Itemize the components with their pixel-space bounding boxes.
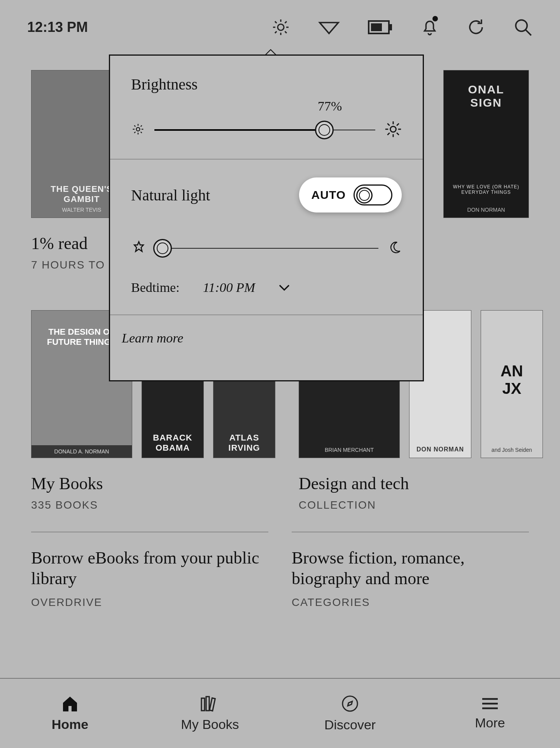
svg-line-21 bbox=[134, 132, 135, 133]
link-title: Browse fiction, romance, biography and m… bbox=[292, 548, 529, 589]
menu-icon bbox=[481, 697, 499, 711]
svg-line-19 bbox=[134, 125, 135, 126]
link-subtitle: CATEGORIES bbox=[292, 596, 529, 609]
learn-more-link[interactable]: Learn more bbox=[122, 331, 402, 346]
book-cover[interactable]: ANJX and Josh Seiden bbox=[481, 310, 543, 458]
svg-point-23 bbox=[390, 126, 396, 132]
book-cover[interactable]: ONALSIGN WHY WE LOVE (OR HATE) EVERYDAY … bbox=[443, 70, 529, 218]
divider bbox=[110, 314, 423, 315]
link-subtitle: OVERDRIVE bbox=[31, 596, 268, 609]
natural-light-heading: Natural light bbox=[131, 186, 299, 204]
toggle-knob bbox=[356, 187, 373, 204]
svg-rect-34 bbox=[206, 697, 209, 711]
section-title[interactable]: Design and tech bbox=[299, 474, 543, 493]
svg-line-30 bbox=[387, 133, 390, 135]
cover-title: BARACK OBAMA bbox=[147, 433, 199, 453]
clock: 12:13 PM bbox=[27, 19, 88, 35]
bedtime-label: Bedtime: bbox=[131, 280, 180, 295]
nav-my-books[interactable]: My Books bbox=[140, 679, 280, 748]
svg-point-0 bbox=[278, 24, 284, 30]
svg-marker-37 bbox=[348, 701, 352, 706]
nav-label: Discover bbox=[324, 717, 376, 732]
section-title[interactable]: My Books bbox=[31, 474, 275, 493]
svg-line-28 bbox=[387, 123, 390, 126]
svg-line-5 bbox=[275, 21, 276, 23]
brightness-value: 77% bbox=[318, 99, 342, 114]
svg-line-6 bbox=[285, 32, 287, 33]
svg-line-22 bbox=[141, 125, 142, 126]
cover-author: DON NORMAN bbox=[448, 207, 524, 213]
section-subtitle: COLLECTION bbox=[299, 499, 543, 511]
svg-line-13 bbox=[525, 30, 531, 35]
cover-author: DONALD A. NORMAN bbox=[32, 445, 132, 458]
slider-thumb[interactable] bbox=[315, 121, 334, 139]
svg-rect-33 bbox=[201, 698, 205, 711]
natural-light-slider[interactable] bbox=[131, 240, 402, 257]
svg-line-29 bbox=[397, 133, 399, 135]
svg-point-14 bbox=[136, 128, 140, 131]
compass-icon bbox=[341, 695, 359, 713]
svg-line-8 bbox=[285, 21, 287, 23]
sync-icon[interactable] bbox=[467, 18, 485, 37]
bedtime-row[interactable]: Bedtime: 11:00 PM bbox=[131, 280, 402, 295]
auto-toggle[interactable]: AUTO bbox=[299, 177, 402, 212]
brightness-icon[interactable] bbox=[271, 18, 290, 37]
nav-label: More bbox=[475, 715, 505, 730]
sun-high-icon bbox=[385, 121, 402, 139]
svg-marker-32 bbox=[134, 242, 143, 251]
notification-dot bbox=[432, 16, 438, 21]
status-icons bbox=[271, 18, 533, 37]
home-icon bbox=[61, 695, 79, 712]
books-icon bbox=[199, 695, 221, 712]
bottom-nav: Home My Books Discover More bbox=[0, 678, 560, 748]
categories-link[interactable]: Browse fiction, romance, biography and m… bbox=[292, 532, 529, 609]
chevron-down-icon bbox=[278, 284, 290, 291]
wifi-icon[interactable] bbox=[318, 19, 340, 35]
svg-point-12 bbox=[516, 20, 527, 31]
svg-line-7 bbox=[275, 32, 276, 33]
nav-home[interactable]: Home bbox=[0, 679, 140, 748]
cover-subtitle: and Josh Seiden bbox=[486, 447, 538, 453]
svg-line-31 bbox=[397, 123, 399, 126]
nav-label: Home bbox=[52, 717, 88, 732]
svg-rect-35 bbox=[210, 698, 215, 711]
overdrive-link[interactable]: Borrow eBooks from your public library O… bbox=[31, 532, 268, 609]
slider-track[interactable] bbox=[154, 129, 375, 131]
sun-low-icon bbox=[131, 122, 145, 138]
nav-discover[interactable]: Discover bbox=[280, 679, 420, 748]
moon-icon bbox=[388, 241, 402, 256]
link-title: Borrow eBooks from your public library bbox=[31, 548, 268, 589]
cover-title: ATLAS IRVING bbox=[218, 433, 270, 453]
divider bbox=[110, 159, 423, 160]
status-bar: 12:13 PM bbox=[0, 0, 560, 54]
cover-title: DON NORMAN bbox=[414, 446, 466, 453]
brightness-slider[interactable] bbox=[131, 121, 402, 139]
svg-point-36 bbox=[343, 696, 357, 711]
auto-label: AUTO bbox=[312, 188, 346, 202]
bedtime-value: 11:00 PM bbox=[203, 280, 255, 295]
search-icon[interactable] bbox=[513, 18, 533, 37]
slider-thumb[interactable] bbox=[153, 239, 172, 258]
brightness-heading: Brightness bbox=[131, 75, 402, 93]
section-subtitle: 335 BOOKS bbox=[31, 499, 275, 511]
toggle-switch[interactable] bbox=[354, 184, 392, 205]
slider-track[interactable] bbox=[156, 248, 378, 249]
svg-rect-11 bbox=[371, 23, 382, 31]
brightness-popover: Brightness 77% bbox=[109, 54, 424, 381]
nav-more[interactable]: More bbox=[420, 679, 560, 748]
svg-line-20 bbox=[141, 132, 142, 133]
battery-icon bbox=[368, 20, 393, 34]
nav-label: My Books bbox=[181, 717, 239, 732]
svg-rect-10 bbox=[390, 24, 392, 30]
cover-author: BRIAN MERCHANT bbox=[304, 447, 395, 453]
notifications-icon[interactable] bbox=[421, 18, 439, 37]
sun-outline-icon bbox=[131, 240, 147, 257]
